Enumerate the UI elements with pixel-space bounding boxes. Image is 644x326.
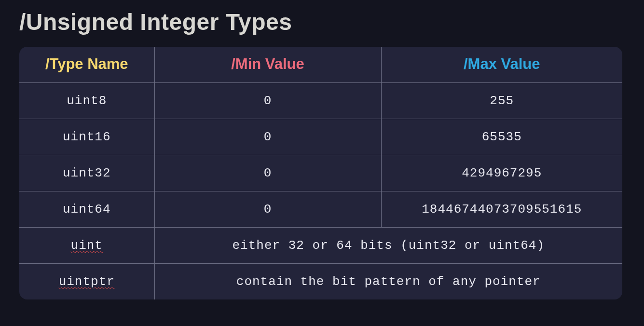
col-header-max-value: /Max Value [381,47,622,83]
header-slash: / [45,55,50,72]
cell-max-value: 18446744073709551615 [381,191,622,228]
header-text-type-name: Type Name [50,55,128,72]
header-slash: / [231,55,235,72]
table-header-row: /Type Name /Min Value /Max Value [19,47,622,83]
col-header-min-value: /Min Value [154,47,381,83]
table-body: uint80255uint16065535uint3204294967295ui… [19,83,622,300]
cell-min-value: 0 [154,155,381,191]
page-title: /Unsigned Integer Types [19,9,625,35]
table-row: uinteither 32 or 64 bits (uint32 or uint… [19,228,622,264]
table-row: uintptrcontain the bit pattern of any po… [19,264,622,300]
title-slash: / [19,9,26,35]
table-row: uint3204294967295 [19,155,622,191]
header-text-max-value: Max Value [468,55,540,72]
cell-type-name: uint [19,228,154,264]
cell-max-value: 65535 [381,119,622,155]
table-row: uint64018446744073709551615 [19,191,622,228]
cell-min-value: 0 [154,83,381,119]
cell-max-value: 255 [381,83,622,119]
col-header-type-name: /Type Name [19,47,154,83]
cell-description: contain the bit pattern of any pointer [154,264,622,300]
header-text-min-value: Min Value [235,55,304,72]
cell-type-name: uint8 [19,83,154,119]
header-slash: / [464,55,468,72]
cell-min-value: 0 [154,191,381,228]
cell-max-value: 4294967295 [381,155,622,191]
cell-type-name: uint64 [19,191,154,228]
table-row: uint16065535 [19,119,622,155]
title-text: Unsigned Integer Types [26,9,292,35]
cell-type-name: uintptr [19,264,154,300]
cell-type-name: uint16 [19,119,154,155]
table-row: uint80255 [19,83,622,119]
cell-min-value: 0 [154,119,381,155]
cell-type-name: uint32 [19,155,154,191]
cell-description: either 32 or 64 bits (uint32 or uint64) [154,228,622,264]
types-table: /Type Name /Min Value /Max Value uint802… [19,47,622,299]
